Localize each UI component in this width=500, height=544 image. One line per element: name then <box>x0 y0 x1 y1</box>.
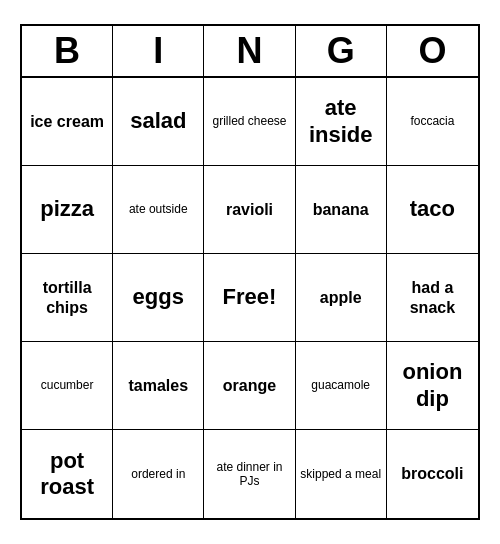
bingo-cell: orange <box>204 342 295 430</box>
bingo-cell: salad <box>113 78 204 166</box>
header-letter: O <box>387 26 478 76</box>
bingo-cell: grilled cheese <box>204 78 295 166</box>
bingo-cell: ordered in <box>113 430 204 518</box>
header-letter: G <box>296 26 387 76</box>
header-letter: B <box>22 26 113 76</box>
bingo-cell: had a snack <box>387 254 478 342</box>
bingo-cell: eggs <box>113 254 204 342</box>
header-letter: I <box>113 26 204 76</box>
bingo-grid: ice creamsaladgrilled cheeseate insidefo… <box>22 78 478 518</box>
bingo-cell: skipped a meal <box>296 430 387 518</box>
bingo-cell: ate dinner in PJs <box>204 430 295 518</box>
bingo-cell: ate inside <box>296 78 387 166</box>
bingo-cell: ravioli <box>204 166 295 254</box>
bingo-cell: ice cream <box>22 78 113 166</box>
bingo-cell: ate outside <box>113 166 204 254</box>
bingo-cell: tortilla chips <box>22 254 113 342</box>
bingo-card: BINGO ice creamsaladgrilled cheeseate in… <box>20 24 480 520</box>
header-letter: N <box>204 26 295 76</box>
bingo-cell: onion dip <box>387 342 478 430</box>
bingo-cell: foccacia <box>387 78 478 166</box>
bingo-cell: cucumber <box>22 342 113 430</box>
bingo-cell: tamales <box>113 342 204 430</box>
bingo-cell: pot roast <box>22 430 113 518</box>
bingo-cell: apple <box>296 254 387 342</box>
bingo-cell: banana <box>296 166 387 254</box>
bingo-cell: broccoli <box>387 430 478 518</box>
bingo-cell: pizza <box>22 166 113 254</box>
bingo-header: BINGO <box>22 26 478 78</box>
bingo-cell: taco <box>387 166 478 254</box>
bingo-cell: Free! <box>204 254 295 342</box>
bingo-cell: guacamole <box>296 342 387 430</box>
